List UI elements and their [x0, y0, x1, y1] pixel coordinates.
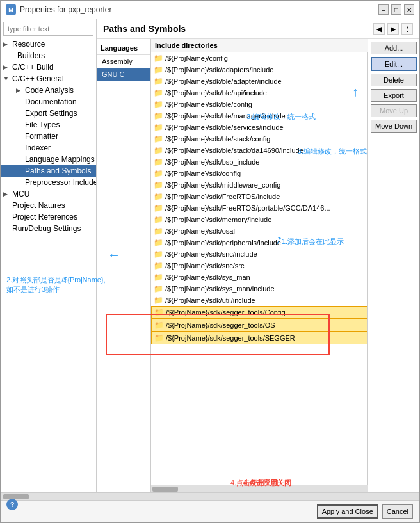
- sidebar-item-lang_mappings[interactable]: Language Mappings: [1, 154, 96, 165]
- sidebar-item-file_types[interactable]: File Types: [1, 119, 96, 131]
- sidebar-item-project_natures[interactable]: Project Natures: [1, 200, 96, 211]
- tree-label-resource: Resource: [12, 40, 45, 49]
- minimize-button[interactable]: –: [378, 4, 389, 15]
- tree-label-builders: Builders: [17, 51, 45, 60]
- sidebar-item-resource[interactable]: ▶Resource: [1, 38, 96, 50]
- include-path: /${ProjName}/sdk/ble/config: [165, 101, 252, 108]
- folder-icon: 📁: [154, 204, 163, 213]
- sidebar-item-formatter[interactable]: Formatter: [1, 131, 96, 142]
- tree-label-cpp_build: C/C++ Build: [12, 63, 54, 72]
- folder-icon: 📁: [154, 273, 163, 282]
- folder-icon: 📁: [154, 157, 163, 166]
- tree-arrow-code_analysis: ▶: [16, 87, 24, 93]
- include-header: Include directories: [151, 39, 368, 52]
- window-title: Properties for pxp_reporter: [20, 5, 375, 14]
- folder-icon: 📁: [154, 296, 163, 305]
- edit-button[interactable]: Edit...: [371, 57, 417, 71]
- include-path: /${ProjName}/sdk/middleware_config: [165, 181, 280, 189]
- sidebar-item-cpp_build[interactable]: ▶C/C++ Build: [1, 61, 96, 73]
- include-item[interactable]: 📁/${ProjName}/sdk/config: [151, 168, 368, 179]
- include-path: /${ProjName}/sdk/snc/src: [165, 262, 245, 270]
- include-item[interactable]: 📁/${ProjName}/sdk/ble/config: [151, 99, 368, 110]
- include-item[interactable]: 📁/${ProjName}/sdk/ble/adapter/include: [151, 76, 368, 87]
- include-item[interactable]: 📁/${ProjName}/sdk/adapters/include: [151, 64, 368, 76]
- include-item[interactable]: 📁/${ProjName}/sdk/memory/include: [151, 214, 368, 225]
- include-item[interactable]: 📁/${ProjName}/sdk/ble/services/include: [151, 122, 368, 133]
- tree-label-formatter: Formatter: [25, 132, 58, 141]
- bottom-scrollbar[interactable]: [1, 492, 419, 500]
- include-path: /${ProjName}/sdk/sys_man: [165, 273, 250, 281]
- add-button[interactable]: Add...: [371, 42, 417, 54]
- sidebar-item-indexer[interactable]: Indexer: [1, 142, 96, 154]
- dialog-body: ▶ResourceBuilders▶C/C++ Build▼C/C++ Gene…: [1, 19, 419, 492]
- include-item[interactable]: 📁/${ProjName}/sdk/bsp_include: [151, 156, 368, 168]
- include-item[interactable]: 📁/${ProjName}/sdk/segger_tools/SEGGER: [151, 332, 368, 344]
- back-icon[interactable]: ◀: [373, 23, 385, 35]
- sidebar-item-paths_symbols[interactable]: Paths and Symbols: [1, 165, 96, 177]
- include-list[interactable]: 📁/${ProjName}/config📁/${ProjName}/sdk/ad…: [151, 52, 368, 485]
- include-item[interactable]: 📁/${ProjName}/sdk/ble/stack/config: [151, 133, 368, 145]
- folder-icon: 📁: [154, 192, 163, 201]
- include-path: /${ProjName}/sdk/ble/services/include: [165, 124, 284, 131]
- include-item[interactable]: 📁/${ProjName}/sdk/FreeRTOS/portable/GCC/…: [151, 202, 368, 214]
- sidebar-item-code_analysis[interactable]: ▶Code Analysis: [1, 84, 96, 96]
- delete-button[interactable]: Delete: [371, 74, 417, 86]
- more-icon[interactable]: ⋮: [401, 23, 413, 35]
- sidebar-item-run_debug[interactable]: Run/Debug Settings: [1, 223, 96, 234]
- apply-close-button[interactable]: Apply and Close: [317, 504, 378, 519]
- include-path: /${ProjName}/sdk/ble/stack/da14690/inclu…: [165, 147, 303, 154]
- folder-icon: 📁: [154, 284, 163, 293]
- cancel-button[interactable]: Cancel: [382, 504, 413, 519]
- include-item[interactable]: 📁/${ProjName}/sdk/ble/stack/da14690/incl…: [151, 145, 368, 156]
- export-button[interactable]: Export: [371, 89, 417, 102]
- include-path: /${ProjName}/sdk/util/include: [165, 296, 255, 304]
- move-down-button[interactable]: Move Down: [371, 120, 417, 133]
- lang-item-gnu-c[interactable]: GNU C: [97, 68, 150, 81]
- include-item[interactable]: 📁/${ProjName}/sdk/peripherals/include: [151, 237, 368, 248]
- include-item[interactable]: 📁/${ProjName}/sdk/FreeRTOS/include: [151, 191, 368, 202]
- include-path: /${ProjName}/sdk/snc/include: [165, 250, 257, 258]
- include-item[interactable]: 📁/${ProjName}/sdk/ble/manager/include: [151, 110, 368, 122]
- folder-icon: 📁: [154, 134, 163, 143]
- include-item[interactable]: 📁/${ProjName}/config: [151, 52, 368, 64]
- include-item[interactable]: 📁/${ProjName}/sdk/util/include: [151, 294, 368, 306]
- tree-label-run_debug: Run/Debug Settings: [12, 224, 81, 233]
- include-item[interactable]: 📁/${ProjName}/sdk/middleware_config: [151, 179, 368, 191]
- include-item[interactable]: 📁/${ProjName}/sdk/segger_tools/OS: [151, 319, 368, 332]
- sidebar-item-mcu[interactable]: ▶MCU: [1, 188, 96, 200]
- main-window: M Properties for pxp_reporter – □ ✕ ▶Res…: [0, 0, 420, 523]
- tree-label-documentation: Documentation: [25, 97, 77, 106]
- include-path: /${ProjName}/sdk/sys_man/include: [165, 285, 275, 293]
- sidebar-item-documentation[interactable]: Documentation: [1, 96, 96, 108]
- title-bar: M Properties for pxp_reporter – □ ✕: [1, 1, 419, 19]
- folder-icon: 📁: [154, 250, 163, 259]
- include-path: /${ProjName}/sdk/config: [165, 170, 241, 177]
- folder-icon: 📁: [154, 308, 164, 317]
- sidebar-item-export_settings[interactable]: Export Settings: [1, 108, 96, 119]
- include-item[interactable]: 📁/${ProjName}/sdk/snc/include: [151, 248, 368, 260]
- tree-label-paths_symbols: Paths and Symbols: [25, 166, 91, 175]
- maximize-button[interactable]: □: [391, 4, 401, 15]
- paths-content: Languages AssemblyGNU C Include director…: [97, 39, 419, 492]
- folder-icon: 📁: [154, 321, 164, 330]
- forward-icon[interactable]: ▶: [387, 23, 399, 35]
- include-item[interactable]: 📁/${ProjName}/sdk/segger_tools/Config: [151, 306, 368, 319]
- include-item[interactable]: 📁/${ProjName}/sdk/sys_man/include: [151, 283, 368, 294]
- include-item[interactable]: 📁/${ProjName}/sdk/sys_man: [151, 271, 368, 283]
- sidebar-item-builders[interactable]: Builders: [1, 50, 96, 61]
- lang-item-assembly[interactable]: Assembly: [97, 55, 150, 68]
- tree-arrow-cpp_general: ▼: [3, 76, 11, 82]
- include-item[interactable]: 📁/${ProjName}/sdk/osal: [151, 225, 368, 237]
- include-item[interactable]: 📁/${ProjName}/sdk/ble/api/include: [151, 87, 368, 99]
- sidebar-item-cpp_general[interactable]: ▼C/C++ General: [1, 73, 96, 84]
- sidebar-item-project_references[interactable]: Project References: [1, 211, 96, 223]
- sidebar-item-preprocessor[interactable]: Preprocessor Include: [1, 177, 96, 188]
- window-controls: – □ ✕: [378, 4, 414, 15]
- help-icon[interactable]: ?: [6, 499, 18, 510]
- filter-input[interactable]: [3, 22, 93, 36]
- include-path: /${ProjName}/sdk/FreeRTOS/portable/GCC/D…: [165, 204, 330, 212]
- bottom-bar: 4.点击应用关闭 Apply and Close Cancel: [1, 500, 419, 522]
- include-item[interactable]: 📁/${ProjName}/sdk/snc/src: [151, 260, 368, 271]
- close-button[interactable]: ✕: [404, 4, 414, 15]
- move-up-button[interactable]: Move Up: [371, 104, 417, 117]
